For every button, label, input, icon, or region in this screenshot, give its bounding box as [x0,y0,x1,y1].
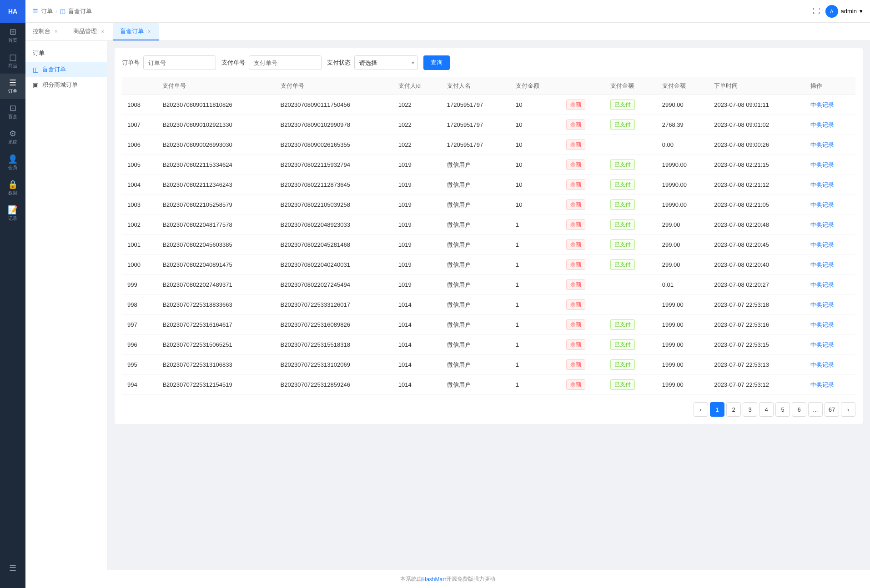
cell-pay-no1: B20230708022040891475 [157,255,275,275]
action-button[interactable]: 中奖记录 [810,221,834,229]
tab-goods-mgmt[interactable]: 商品管理 × [66,23,112,40]
tag-balance: 余额 [566,100,585,110]
user-info[interactable]: A admin ▾ [825,5,863,18]
action-button[interactable]: 中奖记录 [810,101,834,109]
col-pay-no1: 支付单号 [157,77,275,95]
footer-brand[interactable]: HashMart [422,576,446,583]
action-button[interactable]: 中奖记录 [810,321,834,329]
cell-pay-no1: B20230708090111810826 [157,95,275,115]
pagination-next[interactable]: › [841,402,855,417]
cell-tag2: 已支付 [605,375,657,395]
tag-balance: 余额 [566,120,585,130]
cell-tag2: 已支付 [605,315,657,335]
tab-dashboard[interactable]: 控制台 × [25,23,66,40]
pay-status-select-wrapper: 请选择 已支付 未支付 [354,55,418,70]
tab-blind-order[interactable]: 盲盒订单 × [113,23,159,40]
cell-action: 中奖记录 [805,215,855,235]
left-panel-blind-order[interactable]: ◫ 盲盒订单 [25,62,107,77]
sidebar-item-blind[interactable]: ⊡ 盲盒 [0,99,25,125]
action-button[interactable]: 中奖记录 [810,361,834,369]
action-button[interactable]: 中奖记录 [810,141,834,149]
tab-blind-order-close[interactable]: × [146,28,152,35]
breadcrumb-sep: › [55,8,57,15]
cell-payer-id: 1019 [393,195,442,215]
action-button[interactable]: 中奖记录 [810,281,834,289]
pay-no-input[interactable] [249,55,322,70]
cell-order-time: 2023-07-07 22:53:15 [709,335,805,355]
fullscreen-button[interactable]: ⛶ [811,5,822,17]
cell-tag1: 余额 [561,215,605,235]
left-panel: 订单 ◫ 盲盒订单 ▣ 积分商城订单 [25,41,107,570]
action-button[interactable]: 中奖记录 [810,341,834,349]
tab-goods-mgmt-close[interactable]: × [100,28,105,35]
cell-payer-id: 1022 [393,135,442,155]
content-card: 订单号 支付单号 支付状态 请选择 已支付 未支付 [115,48,863,424]
search-button[interactable]: 查询 [423,55,450,70]
pagination-page-5[interactable]: 5 [775,402,790,417]
cell-amount2: 1999.00 [657,335,709,355]
sidebar-item-order[interactable]: ☰ 订单 [0,74,25,99]
cell-tag2 [605,275,657,295]
cell-payer-name: 微信用户 [442,315,510,335]
action-button[interactable]: 中奖记录 [810,201,834,209]
action-button[interactable]: 中奖记录 [810,301,834,309]
action-button[interactable]: 中奖记录 [810,381,834,389]
pay-status-select[interactable]: 请选择 已支付 未支付 [354,55,418,70]
tag-balance: 余额 [566,359,585,370]
cell-tag2: 已支付 [605,175,657,195]
pay-status-label: 支付状态 [327,59,351,67]
sidebar-item-home[interactable]: ⊞ 首页 [0,23,25,48]
cell-order-time: 2023-07-08 02:21:12 [709,175,805,195]
cell-order-time: 2023-07-07 22:53:18 [709,295,805,315]
sidebar-item-permission[interactable]: 🔒 权限 [0,175,25,201]
action-button[interactable]: 中奖记录 [810,181,834,189]
sidebar-logo: HA [0,0,25,23]
cell-order-time: 2023-07-08 02:21:15 [709,155,805,175]
action-button[interactable]: 中奖记录 [810,241,834,249]
sidebar-item-goods[interactable]: ◫ 商品 [0,48,25,74]
footer: 本系统由 HashMart 开源免费版强力驱动 [25,570,870,588]
cell-tag2 [605,135,657,155]
tag-paid: 已支付 [610,339,635,350]
tab-dashboard-close[interactable]: × [53,28,59,35]
cell-payer-name: 17205951797 [442,135,510,155]
tab-goods-mgmt-label: 商品管理 [73,27,97,35]
tag-paid: 已支付 [610,219,635,230]
pagination-page-6[interactable]: 6 [792,402,806,417]
action-button[interactable]: 中奖记录 [810,161,834,169]
pagination-page-67[interactable]: 67 [825,402,839,417]
cell-id: 1002 [122,215,157,235]
cell-payer-id: 1014 [393,355,442,375]
pagination-page-3[interactable]: 3 [743,402,757,417]
cell-amount1: 1 [510,235,561,255]
pagination-prev[interactable]: ‹ [694,402,708,417]
hamburger-button[interactable]: ☰ [0,555,25,581]
cell-action: 中奖记录 [805,115,855,135]
cell-amount2: 19990.00 [657,155,709,175]
cell-id: 998 [122,295,157,315]
col-order-time: 下单时间 [709,77,805,95]
action-button[interactable]: 中奖记录 [810,261,834,269]
left-panel-points-order[interactable]: ▣ 积分商城订单 [25,77,107,93]
cell-tag2 [605,295,657,315]
action-button[interactable]: 中奖记录 [810,121,834,129]
cell-payer-name: 微信用户 [442,375,510,395]
tag-paid: 已支付 [610,159,635,170]
pagination-page-4[interactable]: 4 [759,402,774,417]
member-icon: 👤 [8,155,18,163]
pagination-page-2[interactable]: 2 [726,402,741,417]
sidebar-item-member[interactable]: 👤 会员 [0,150,25,175]
order-no-input[interactable] [143,55,216,70]
pagination-page-1[interactable]: 1 [710,402,724,417]
table-row: 1003 B20230708022105258579 B202307080221… [122,195,855,215]
cell-tag2: 已支付 [605,155,657,175]
cell-pay-no2: B20230707225316089826 [275,315,393,335]
cell-action: 中奖记录 [805,355,855,375]
footer-suffix: 开源免费版强力驱动 [446,575,495,583]
tabs-bar: 控制台 × 商品管理 × 盲盒订单 × [25,23,870,41]
cell-amount1: 10 [510,135,561,155]
sidebar-item-record[interactable]: 📝 记录 [0,201,25,226]
sidebar-item-system[interactable]: ⚙ 系统 [0,125,25,150]
tag-balance: 余额 [566,239,585,250]
cell-amount1: 1 [510,255,561,275]
